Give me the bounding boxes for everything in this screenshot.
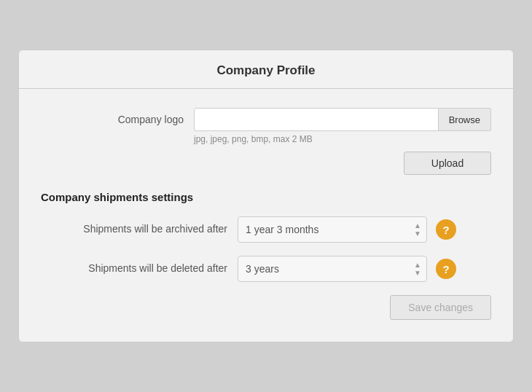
deleted-help-icon[interactable]: ?	[436, 259, 456, 279]
archived-label: Shipments will be archived after	[41, 222, 238, 237]
logo-label: Company logo	[41, 114, 194, 125]
file-path-input[interactable]	[194, 108, 439, 131]
deleted-select-wrap: 3 years 1 year 2 years 5 years ▲ ▼	[238, 256, 427, 282]
archived-help-icon[interactable]: ?	[436, 219, 456, 240]
panel-body: Company logo Browse jpg, jpeg, png, bmp,…	[19, 108, 513, 320]
archived-select[interactable]: 1 year 3 months 6 months 1 year 2 years …	[238, 216, 427, 243]
panel-title: Company Profile	[19, 50, 513, 89]
browse-button[interactable]: Browse	[439, 108, 491, 131]
archived-select-wrap: 1 year 3 months 6 months 1 year 2 years …	[238, 216, 427, 243]
file-hint-text: jpg, jpeg, png, bmp, max 2 MB	[194, 134, 313, 144]
hint-spacer	[41, 134, 194, 144]
file-hint-row: jpg, jpeg, png, bmp, max 2 MB	[41, 134, 491, 144]
save-button[interactable]: Save changes	[390, 295, 491, 320]
save-row: Save changes	[41, 295, 491, 320]
shipments-section-heading: Company shipments settings	[41, 191, 491, 203]
logo-row: Company logo Browse	[41, 108, 491, 131]
deleted-label: Shipments will be deleted after	[41, 262, 238, 276]
deleted-select[interactable]: 3 years 1 year 2 years 5 years	[238, 256, 427, 282]
deleted-row: Shipments will be deleted after 3 years …	[41, 256, 491, 282]
file-input-group: Browse	[194, 108, 491, 131]
upload-row: Upload	[41, 152, 491, 175]
company-profile-panel: Company Profile Company logo Browse jpg,…	[18, 50, 514, 342]
archived-row: Shipments will be archived after 1 year …	[41, 216, 491, 243]
upload-button[interactable]: Upload	[404, 152, 491, 175]
